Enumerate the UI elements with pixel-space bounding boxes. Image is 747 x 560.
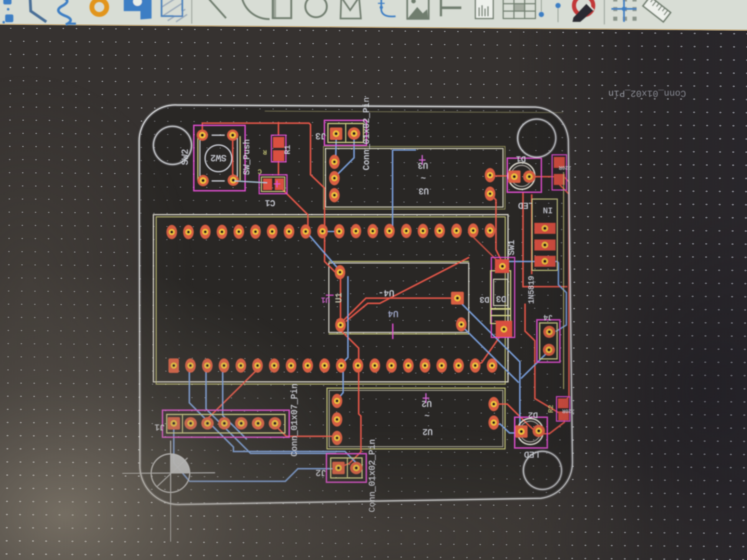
svg-text:J3: J3: [315, 131, 326, 141]
svg-text:SW1: SW1: [507, 240, 517, 256]
svg-text:SW2: SW2: [210, 153, 226, 163]
svg-text:U1: U1: [321, 296, 330, 304]
svg-text:U3: U3: [418, 160, 428, 170]
svg-text:SW_Push: SW_Push: [242, 139, 252, 175]
svg-text:U3: U3: [418, 186, 429, 195]
svg-text:D3: D3: [480, 295, 489, 304]
svg-text:C: C: [258, 167, 262, 175]
svg-text:U2: U2: [421, 399, 432, 408]
svg-text:U4-: U4-: [378, 288, 394, 298]
svg-text:R: R: [263, 149, 267, 156]
svg-text:U1: U1: [334, 293, 344, 303]
svg-text:R1: R1: [283, 145, 292, 154]
svg-text:~: ~: [421, 172, 426, 182]
svg-text:Conn_01x02_Pin: Conn_01x02_Pin: [362, 97, 371, 170]
svg-text:~: ~: [424, 410, 430, 420]
svg-text:U4: U4: [388, 309, 398, 319]
svg-text:D3: D3: [496, 294, 506, 303]
svg-text:C1: C1: [265, 198, 275, 207]
